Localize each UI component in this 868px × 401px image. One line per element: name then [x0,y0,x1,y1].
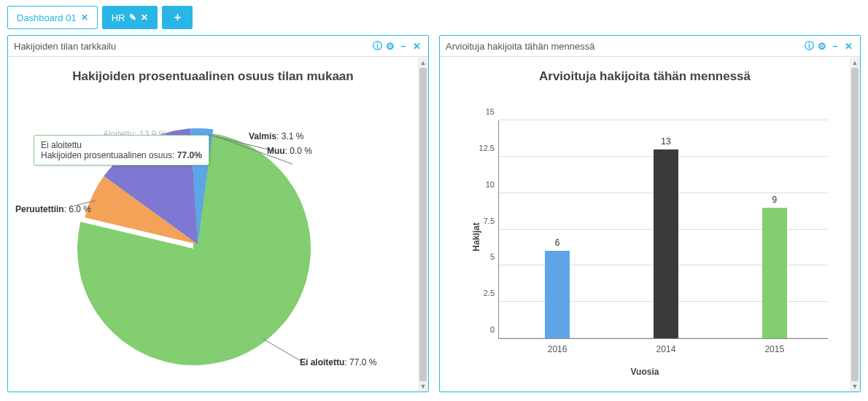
tooltip-metric: Hakijoiden prosentuaalinen osuus: [41,150,174,160]
y-tick: 12.5 [470,144,495,152]
close-icon[interactable]: ✕ [81,12,88,23]
info-icon[interactable]: ⓘ [803,40,815,52]
y-tick: 2.5 [470,289,495,297]
x-tick: 2015 [753,344,797,354]
info-icon[interactable]: ⓘ [371,40,383,52]
panel-title: Hakijoiden tilan tarkkailu [14,41,116,52]
x-axis-label: Vuosia [631,367,659,377]
tooltip-value: 77.0% [177,150,202,160]
gear-icon[interactable]: ⚙ [816,40,828,52]
close-icon[interactable]: ✕ [842,40,854,52]
bar-2015[interactable]: 9 [762,208,787,338]
close-icon[interactable]: ✕ [411,40,422,52]
bar-value: 6 [545,238,570,248]
pie-label-muu: Muu: 0.0 % [267,146,312,156]
panel-assessed-applicants: Arvioituja hakijoita tähän mennessä ⓘ ⚙ … [439,35,861,392]
pie-label-valmis: Valmis: 3.1 % [249,131,303,141]
gear-icon[interactable]: ⚙ [384,40,396,52]
panel-header: Arvioituja hakijoita tähän mennessä ⓘ ⚙ … [440,36,860,57]
scroll-thumb[interactable] [419,68,427,381]
y-tick: 15 [470,107,495,116]
y-tick: 7.5 [470,217,495,225]
scroll-down-icon[interactable]: ▼ [850,381,860,392]
bar-plot-area: 0 2.5 5 7.5 10 12.5 15 6 2016 13 2014 [498,120,828,339]
close-icon[interactable]: ✕ [141,12,148,23]
bar-2016[interactable]: 6 [545,251,570,338]
tooltip-category: Ei aloitettu [41,140,202,150]
panel-scrollbar[interactable]: ▲ ▼ [850,58,860,392]
y-tick: 10 [470,180,495,189]
bar-value: 13 [654,136,678,147]
minimize-icon[interactable]: − [829,40,841,52]
edit-icon[interactable]: ✎ [129,12,136,23]
x-tick: 2014 [644,344,688,354]
panel-header: Hakijoiden tilan tarkkailu ⓘ ⚙ − ✕ [8,36,428,57]
y-tick: 5 [470,252,495,261]
panel-scrollbar[interactable]: ▲ ▼ [418,58,428,392]
scroll-down-icon[interactable]: ▼ [418,381,428,392]
chart-title: Hakijoiden prosentuaalinen osuus tilan m… [15,69,411,84]
y-tick: 0 [470,325,495,334]
pie-tooltip: Ei aloitettu Hakijoiden prosentuaalinen … [34,135,209,166]
plus-icon: + [174,11,181,24]
tab-dashboard-01[interactable]: Dashboard 01 ✕ [7,6,98,29]
minimize-icon[interactable]: − [398,40,409,52]
bar-value: 9 [762,195,787,205]
panel-title: Arvioituja hakijoita tähän mennessä [446,41,595,52]
scroll-up-icon[interactable]: ▲ [850,58,860,68]
bar-chart: Hakijat Vuosia 0 2.5 5 7.5 10 12.5 15 6 … [447,91,842,383]
panel-applicant-status: Hakijoiden tilan tarkkailu ⓘ ⚙ − ✕ ▲ ▼ H… [7,35,429,392]
dashboard-tabbar: Dashboard 01 ✕ HR ✎ ✕ + [0,0,868,35]
tab-hr[interactable]: HR ✎ ✕ [102,6,158,29]
bar-2014[interactable]: 13 [654,149,678,338]
chart-title: Arvioituja hakijoita tähän mennessä [447,69,842,84]
pie-label-peruutettiin: Peruutettiin: 6.0 % [15,204,91,214]
tab-label: Dashboard 01 [17,12,77,23]
y-axis-label: Hakijat [471,222,481,251]
pie-chart: Ei aloitettu Hakijoiden prosentuaalinen … [15,91,411,383]
x-tick: 2016 [535,344,579,354]
add-tab-button[interactable]: + [162,6,193,29]
tab-label: HR [112,12,125,23]
scroll-thumb[interactable] [851,68,859,381]
pie-label-ei-aloitettu: Ei aloitettu: 77.0 % [300,357,376,367]
scroll-up-icon[interactable]: ▲ [418,58,428,68]
